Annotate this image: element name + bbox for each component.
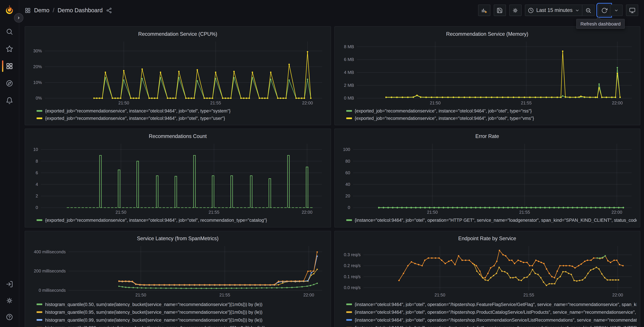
breadcrumb-current[interactable]: Demo Dashboard <box>58 7 102 14</box>
sidebar-expand-button[interactable] <box>14 13 23 22</box>
legend-label: {instance="otelcol:9464", job="otel", op… <box>354 302 636 306</box>
monitor-icon <box>629 7 635 14</box>
sidebar-item-explore[interactable] <box>0 79 19 88</box>
share-button[interactable] <box>106 7 112 14</box>
svg-text:4 MB: 4 MB <box>344 70 354 74</box>
legend-label: histogram_quantile(0.999, sum(rate(laten… <box>45 325 265 327</box>
svg-text:0 milliseconds: 0 milliseconds <box>38 288 66 292</box>
panel-endpoint-rate: Endpoint Rate by Service 0.0 req/s0.1 re… <box>334 231 640 327</box>
legend-swatch <box>36 110 42 112</box>
svg-text:200 milliseconds: 200 milliseconds <box>34 268 66 273</box>
legend-label: {exported_job="recommendationservice", i… <box>45 218 267 222</box>
search-icon <box>6 28 13 35</box>
panel-title[interactable]: Recommendations Count <box>28 132 327 141</box>
legend-item[interactable]: histogram_quantile(0.999, sum(rate(laten… <box>36 324 327 327</box>
endpoint-rate-chart[interactable]: 0.0 req/s0.1 req/s0.2 req/s0.3 req/s21:5… <box>338 244 636 299</box>
legend-item[interactable]: {instance="otelcol:9464", job="otel", op… <box>346 216 636 224</box>
time-range-picker[interactable]: Last 15 minutes <box>525 4 582 16</box>
sidebar-nav <box>0 28 19 105</box>
legend-item[interactable]: histogram_quantile(0.95, sum(rate(latenc… <box>36 308 327 316</box>
svg-text:2: 2 <box>36 194 38 198</box>
clock-icon <box>528 7 534 14</box>
latency-chart[interactable]: 0 milliseconds200 milliseconds400 millis… <box>28 244 327 299</box>
cpu-legend: {exported_job="recommendationservice", i… <box>28 107 327 122</box>
panel-title[interactable]: Recommendation Service (Memory) <box>338 30 636 39</box>
legend-item[interactable]: {exported_job="recommendationservice", i… <box>36 107 327 114</box>
zoom-out-button[interactable] <box>582 4 595 16</box>
legend-item[interactable]: {instance="otelcol:9464", job="otel", op… <box>346 308 636 316</box>
sidebar-item-alerting[interactable] <box>0 96 19 105</box>
svg-text:21:50: 21:50 <box>427 210 438 214</box>
legend-label: {exported_job="recommendationservice", i… <box>45 108 230 113</box>
error-rate-chart[interactable]: 02040608010021:5021:5522:00 <box>338 141 636 216</box>
svg-text:21:50: 21:50 <box>118 100 129 105</box>
add-panel-button[interactable] <box>478 4 490 16</box>
legend-item[interactable]: {instance="otelcol:9464", job="otel", op… <box>346 316 636 324</box>
legend-label: histogram_quantile(0.95, sum(rate(latenc… <box>45 309 262 314</box>
svg-text:21:50: 21:50 <box>116 210 126 214</box>
dashboard-settings-button[interactable] <box>509 4 522 16</box>
breadcrumb-separator: / <box>53 7 54 14</box>
legend-swatch <box>346 311 352 313</box>
legend-label: {exported_job="recommendationservice", i… <box>354 116 534 120</box>
dashboard-grid: Recommendation Service (CPU%) 0%10%20%30… <box>25 26 640 327</box>
svg-text:8 MB: 8 MB <box>344 44 354 49</box>
count-chart[interactable]: 024681021:5021:5522:00 <box>28 141 327 216</box>
sidebar-item-configuration[interactable] <box>0 296 19 305</box>
svg-text:0.1 req/s: 0.1 req/s <box>344 274 360 279</box>
legend-swatch <box>36 319 42 320</box>
save-dashboard-button[interactable] <box>494 4 506 16</box>
legend-item[interactable]: histogram_quantile(0.99, sum(rate(latenc… <box>36 316 327 324</box>
memory-chart[interactable]: 0 MB2 MB4 MB6 MB8 MB21:5021:5522:00 <box>338 39 636 106</box>
chevron-down-icon <box>614 8 618 12</box>
svg-text:22:00: 22:00 <box>612 292 623 297</box>
panel-title[interactable]: Error Rate <box>338 132 636 141</box>
svg-text:21:55: 21:55 <box>209 210 220 214</box>
legend-item[interactable]: histogram_quantile(0.50, sum(rate(latenc… <box>36 300 327 308</box>
panel-title[interactable]: Recommendation Service (CPU%) <box>28 30 327 39</box>
dashboard-toolbar: Last 15 minutes <box>478 4 638 16</box>
breadcrumb-root[interactable]: Demo <box>34 7 49 14</box>
kiosk-mode-button[interactable] <box>626 4 638 16</box>
legend-item[interactable]: {exported_job="recommendationservice", i… <box>346 114 636 122</box>
svg-text:6: 6 <box>36 170 38 175</box>
svg-text:20: 20 <box>345 194 350 198</box>
sidebar-item-starred[interactable] <box>0 45 19 53</box>
apps-grid-icon <box>6 62 13 70</box>
grafana-logo[interactable] <box>4 4 15 15</box>
time-range-label: Last 15 minutes <box>536 8 572 13</box>
sidebar-item-dashboards[interactable] <box>0 62 19 70</box>
legend-item[interactable]: {exported_job="recommendationservice", i… <box>36 114 327 122</box>
svg-text:22:00: 22:00 <box>611 210 622 214</box>
svg-text:0 MB: 0 MB <box>344 96 354 100</box>
cpu-chart[interactable]: 0%10%20%30%21:5021:5522:00 <box>28 39 327 106</box>
svg-text:30%: 30% <box>33 48 42 53</box>
legend-swatch <box>36 311 42 313</box>
refresh-button[interactable] <box>598 4 610 16</box>
legend-item[interactable]: {instance="otelcol:9464", job="otel", op… <box>346 300 636 308</box>
legend-item[interactable]: {exported_job="recommendationservice", i… <box>36 216 327 224</box>
panel-title[interactable]: Endpoint Rate by Service <box>338 234 636 244</box>
legend-label: {instance="otelcol:9464", job="otel", op… <box>354 218 636 222</box>
sidebar-item-search[interactable] <box>0 28 19 36</box>
svg-text:8: 8 <box>36 159 38 163</box>
breadcrumb-dashboards-button[interactable] <box>25 7 31 14</box>
help-circle-icon <box>6 314 13 321</box>
sidebar <box>0 0 19 327</box>
panel-title[interactable]: Service Latency (from SpanMetrics) <box>28 234 327 244</box>
sidebar-item-signin[interactable] <box>0 280 19 288</box>
legend-item[interactable]: {instance="otelcol:9464", job="otel", op… <box>346 324 636 327</box>
legend-swatch <box>36 117 42 119</box>
svg-text:0: 0 <box>36 205 38 210</box>
svg-text:21:50: 21:50 <box>430 100 440 105</box>
panel-service-latency: Service Latency (from SpanMetrics) 0 mil… <box>25 231 331 327</box>
gear-icon <box>6 297 13 304</box>
legend-item[interactable]: {exported_job="recommendationservice", i… <box>346 107 636 114</box>
sidebar-bottom <box>0 280 19 321</box>
refresh-interval-dropdown[interactable] <box>610 4 622 16</box>
panel-recommendation-cpu: Recommendation Service (CPU%) 0%10%20%30… <box>25 26 331 126</box>
svg-text:21:50: 21:50 <box>136 292 146 297</box>
sidebar-item-help[interactable] <box>0 313 19 321</box>
error-rate-legend: {instance="otelcol:9464", job="otel", op… <box>338 216 636 224</box>
apps-grid-icon <box>25 7 31 14</box>
